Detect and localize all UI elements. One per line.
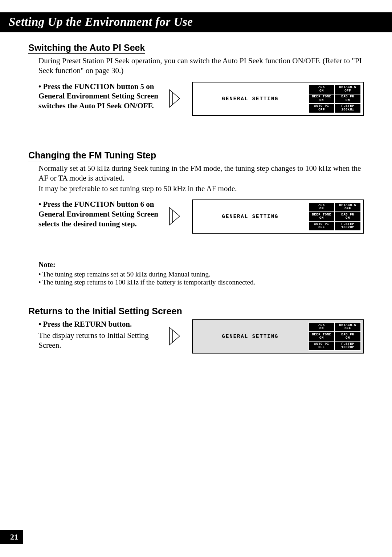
section1-step-text: Press the FUNCTION button 5 on General E…	[38, 82, 160, 111]
section1-heading: Switching the Auto PI Seek	[28, 43, 145, 54]
screen-label: GENERAL SETTING	[195, 334, 306, 339]
section2-step-row: Press the FUNCTION button 6 on General E…	[38, 199, 364, 234]
section3-heading: Returns to the Initial Setting Screen	[28, 306, 182, 317]
svg-marker-0	[170, 90, 180, 107]
chapter-title: Setting Up the Environment for Use	[0, 12, 392, 32]
screen-label: GENERAL SETTING	[195, 214, 306, 219]
pointer-icon	[167, 199, 185, 226]
status-aux: AUXON	[309, 85, 335, 94]
status-autopi: AUTO PIOFF	[309, 104, 335, 113]
section2-body1: Normally set at 50 kHz during Seek tunin…	[38, 164, 364, 183]
status-aux: AUXON	[309, 322, 335, 332]
status-dab: DAB PRON	[335, 332, 361, 341]
status-grid: AUXON DETACH.WOFF BEEP TONEON DAB PRON A…	[309, 202, 361, 231]
status-fstep: F.STEP100kHz	[335, 221, 361, 231]
section-fm-tuning-step: Changing the FM Tuning Step Normally set…	[28, 140, 364, 287]
pointer-icon	[167, 82, 185, 109]
status-dab: DAB PRON	[335, 212, 361, 221]
section3-step-row: Press the RETURN button. The display ret…	[38, 319, 364, 354]
status-autopi: AUTO PIOFF	[309, 221, 335, 231]
note-block: Note: The tuning step remains set at 50 …	[38, 261, 364, 286]
status-detach: DETACH.WOFF	[335, 322, 361, 332]
section-returns-initial: Returns to the Initial Setting Screen Pr…	[28, 296, 364, 354]
status-fstep: F.STEP100kHz	[335, 341, 361, 351]
section2-body2: It may be preferable to set tuning step …	[38, 184, 364, 194]
status-grid: AUXON DETACH.WOFF BEEP TONEON DAB PRON A…	[309, 322, 361, 351]
svg-marker-2	[170, 207, 180, 225]
screen-panel: GENERAL SETTING AUXON DETACH.WOFF BEEP T…	[192, 82, 364, 116]
status-aux: AUXON	[309, 202, 335, 212]
note-item: The tuning step returns to 100 kHz if th…	[38, 278, 364, 286]
note-list: The tuning step remains set at 50 kHz du…	[38, 270, 364, 286]
status-detach: DETACH.WOFF	[335, 202, 361, 212]
section1-body: During Preset Station PI Seek operation,…	[38, 56, 364, 76]
status-fstep: F.STEP100kHz	[335, 104, 361, 113]
svg-marker-4	[170, 327, 180, 345]
section-auto-pi-seek: Switching the Auto PI Seek During Preset…	[28, 32, 364, 116]
status-grid: AUXON DETACH.WOFF BEEP TONEON DAB PRON A…	[309, 85, 361, 113]
status-beep: BEEP TONEON	[309, 332, 335, 341]
status-autopi: AUTO PIOFF	[309, 341, 335, 351]
section2-heading: Changing the FM Tuning Step	[28, 150, 156, 161]
status-dab: DAB PRON	[335, 94, 361, 104]
screen-panel-shaded: GENERAL SETTING AUXON DETACH.WOFF BEEP T…	[192, 319, 364, 354]
status-detach: DETACH.WOFF	[335, 85, 361, 94]
screen-panel: GENERAL SETTING AUXON DETACH.WOFF BEEP T…	[192, 199, 364, 234]
section1-step-row: Press the FUNCTION button 5 on General E…	[38, 82, 364, 116]
section3-step-text: Press the RETURN button.	[38, 319, 160, 329]
section2-step-text: Press the FUNCTION button 6 on General E…	[38, 199, 160, 229]
section3-substep: The display returns to Initial Setting S…	[38, 331, 160, 350]
note-item: The tuning step remains set at 50 kHz du…	[38, 270, 364, 278]
section3-step-col: Press the RETURN button. The display ret…	[38, 319, 160, 350]
screen-label: GENERAL SETTING	[195, 96, 306, 102]
status-beep: BEEP TONEON	[309, 212, 335, 221]
pointer-icon	[167, 319, 185, 346]
page-number: 21	[0, 530, 23, 544]
page-content: Switching the Auto PI Seek During Preset…	[0, 32, 392, 354]
note-heading: Note:	[38, 261, 364, 269]
status-beep: BEEP TONEON	[309, 94, 335, 104]
